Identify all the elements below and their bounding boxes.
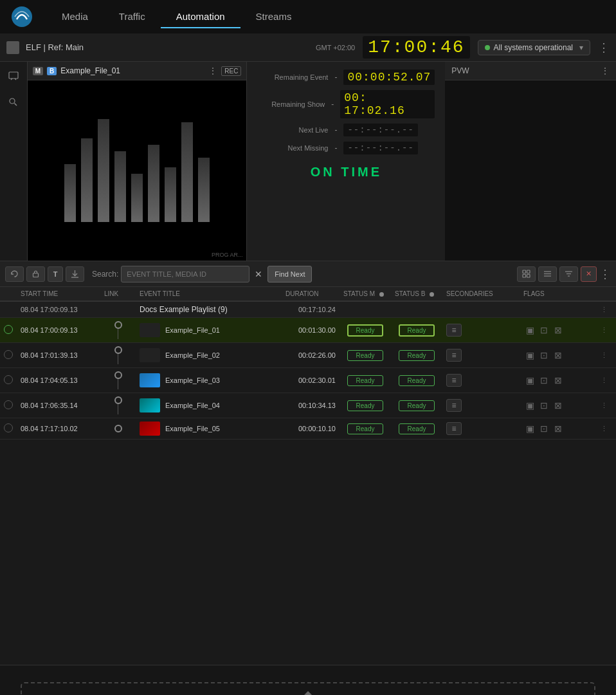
- status-chevron-icon: ▾: [579, 43, 583, 52]
- row-more-icon[interactable]: ⋮: [601, 425, 608, 432]
- link-dot-icon: [114, 371, 122, 379]
- secondary-icon[interactable]: ≡: [446, 349, 462, 362]
- video-bars: [64, 119, 210, 222]
- row-more-icon[interactable]: ⋮: [601, 351, 608, 359]
- video-bar: [148, 145, 159, 222]
- pvw-more-icon[interactable]: ⋮: [601, 66, 610, 76]
- playlist-table: START TIME LINK EVENT TITLE DURATION STA…: [0, 287, 616, 440]
- thumbnail: [140, 348, 160, 362]
- svg-line-5: [15, 103, 17, 106]
- row-start: 08.04 17:17:10.02: [17, 418, 100, 440]
- row-title: Example_File_03: [136, 368, 282, 393]
- secondary-icon[interactable]: ≡: [446, 422, 462, 435]
- flag-icon-1[interactable]: ▣: [523, 324, 536, 337]
- remaining-show-value: 00: 17:02.16: [340, 90, 435, 118]
- flag-icon-3[interactable]: ⊠: [552, 349, 565, 362]
- thumbnail: [140, 323, 160, 337]
- row-secondaries: ≡: [442, 343, 520, 368]
- more-icon[interactable]: ⋮: [208, 66, 217, 76]
- flag-icon-3[interactable]: ⊠: [552, 374, 565, 387]
- col-header-duration: DURATION: [282, 287, 340, 301]
- table-body: 08.04 17:00:09.13 Docs Example Playlist …: [0, 301, 616, 440]
- status-dot-icon: [485, 45, 490, 50]
- flag-icon-1[interactable]: ▣: [523, 422, 536, 435]
- rec-badge: REC: [221, 66, 241, 76]
- link-line: [118, 329, 118, 339]
- flag-icon-2[interactable]: ⊡: [538, 374, 550, 387]
- flag-icon-3[interactable]: ⊠: [552, 324, 565, 337]
- table-row: 08.04 17:06:35.14 Example_File_04 00:10:…: [0, 393, 616, 418]
- flag-icon-2[interactable]: ⊡: [538, 324, 550, 337]
- refresh-button[interactable]: [5, 266, 24, 282]
- row-indicator: [0, 318, 17, 343]
- col-header-start: START TIME: [17, 287, 100, 301]
- header-square-icon: [6, 41, 19, 54]
- video-bar: [64, 164, 76, 222]
- secondary-icon[interactable]: ≡: [446, 324, 462, 337]
- thumbnail: [140, 373, 160, 387]
- flag-icon-1[interactable]: ▣: [523, 399, 536, 412]
- logo-icon[interactable]: [10, 5, 33, 28]
- video-label: PROG AR...: [212, 252, 243, 258]
- digital-clock: 17:00:46: [363, 36, 469, 59]
- delete-button[interactable]: ✕: [581, 266, 597, 282]
- find-next-button[interactable]: Find Next: [267, 266, 312, 283]
- next-missing-row: Next Missing - --:--:--.--: [257, 142, 435, 154]
- flag-icon-2[interactable]: ⊡: [538, 399, 550, 412]
- remaining-show-row: Remaining Show - 00: 17:02.16: [257, 90, 435, 118]
- grid-view-button[interactable]: [517, 266, 536, 282]
- search-icon[interactable]: [5, 93, 23, 111]
- row-flags: ▣ ⊡ ⊠: [520, 343, 597, 368]
- on-time-banner: ON TIME: [257, 165, 435, 180]
- text-button[interactable]: T: [48, 266, 63, 282]
- flag-icon-1[interactable]: ▣: [523, 349, 536, 362]
- row-indicator: [0, 368, 17, 393]
- flag-icon-3[interactable]: ⊠: [552, 399, 565, 412]
- row-more-icon[interactable]: ⋮: [601, 402, 608, 409]
- bottom-section: ⬆ Drop playlists to import into the rund…: [0, 665, 616, 695]
- row-status-m: Ready: [340, 393, 391, 418]
- flag-icon-2[interactable]: ⊡: [538, 422, 550, 435]
- row-title: Example_File_05: [136, 418, 282, 440]
- row-more-icon[interactable]: ⋮: [601, 306, 608, 313]
- remaining-event-row: Remaining Event - 00:00:52.07: [257, 70, 435, 85]
- table-row: 08.04 17:17:10.02 Example_File_05 00:00:…: [0, 418, 616, 440]
- filter-button[interactable]: [559, 266, 578, 282]
- pvw-label: PVW: [451, 66, 601, 75]
- video-bar: [131, 174, 143, 222]
- search-input[interactable]: [121, 266, 249, 283]
- download-button[interactable]: [66, 266, 84, 282]
- row-secondaries: ≡: [442, 393, 520, 418]
- lock-button[interactable]: [26, 266, 45, 282]
- secondary-icon[interactable]: ≡: [446, 399, 462, 412]
- row-title: Example_File_02: [136, 343, 282, 368]
- columns-button[interactable]: [538, 266, 557, 282]
- header-bar: ELF | Ref: Main GMT +02:00 17:00:46 All …: [0, 33, 616, 62]
- row-more-icon[interactable]: ⋮: [601, 376, 608, 384]
- row-duration: 00:00:10.10: [282, 418, 340, 440]
- row-link: [100, 393, 136, 418]
- flag-icon-1[interactable]: ▣: [523, 374, 536, 387]
- nav-tab-streams[interactable]: Streams: [240, 6, 307, 28]
- clear-search-button[interactable]: ✕: [252, 269, 265, 279]
- video-bar: [114, 151, 126, 222]
- toolbar-more-icon[interactable]: ⋮: [599, 267, 611, 281]
- flag-icon-3[interactable]: ⊠: [552, 422, 565, 435]
- nav-tab-traffic[interactable]: Traffic: [104, 6, 161, 28]
- flag-icon-2[interactable]: ⊡: [538, 349, 550, 362]
- video-bar: [81, 138, 93, 222]
- nav-tab-automation[interactable]: Automation: [161, 6, 240, 28]
- header-more-icon[interactable]: ⋮: [598, 41, 610, 55]
- table-header: START TIME LINK EVENT TITLE DURATION STA…: [0, 287, 616, 301]
- monitor-icon[interactable]: [5, 67, 23, 85]
- nav-tab-media[interactable]: Media: [46, 6, 104, 28]
- thumbnail: [140, 398, 160, 412]
- video-bar: [98, 119, 109, 222]
- next-missing-value: --:--:--.--: [343, 142, 417, 154]
- nav-tabs: Media Traffic Automation Streams: [46, 6, 606, 28]
- status-indicator[interactable]: All systems operational ▾: [478, 40, 590, 55]
- drop-zone[interactable]: ⬆ Drop playlists to import into the rund…: [21, 682, 595, 695]
- row-more-icon[interactable]: ⋮: [601, 326, 608, 334]
- secondary-icon[interactable]: ≡: [446, 374, 462, 387]
- gmt-label: GMT +02:00: [316, 44, 355, 51]
